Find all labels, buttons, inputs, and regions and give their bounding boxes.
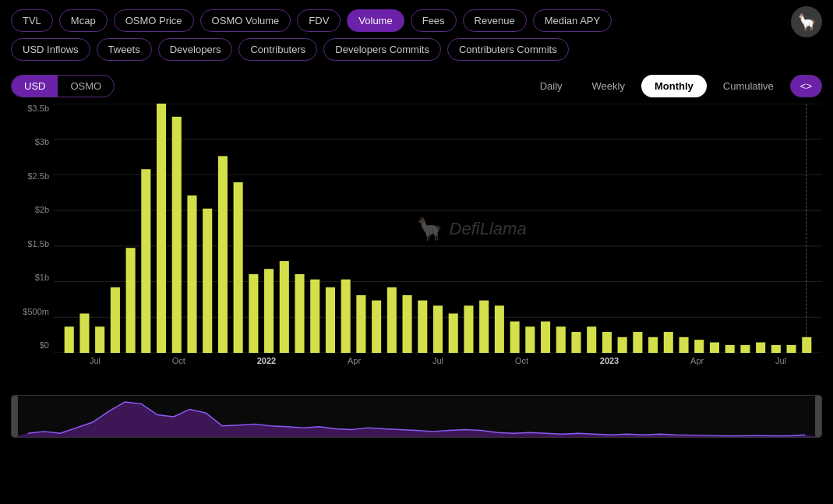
bar[interactable] — [495, 305, 504, 353]
x-label: 2022 — [257, 356, 276, 365]
x-label: Oct — [172, 356, 185, 365]
bars-chart — [54, 104, 822, 353]
bar[interactable] — [740, 345, 750, 353]
bar[interactable] — [433, 305, 443, 353]
bar[interactable] — [295, 274, 304, 353]
second-nav-btn-developers-commits[interactable]: Developers Commits — [323, 38, 441, 61]
second-nav-btn-tweets[interactable]: Tweets — [97, 38, 152, 61]
bar[interactable] — [694, 340, 704, 353]
nav-btn-osmo-volume[interactable]: OSMO Volume — [200, 9, 291, 32]
bar[interactable] — [187, 196, 196, 353]
second-nav-btn-contributers[interactable]: Contributers — [238, 38, 317, 61]
bar[interactable] — [79, 313, 89, 353]
nav-btn-median-apy[interactable]: Median APY — [533, 9, 612, 32]
bar[interactable] — [356, 295, 365, 353]
bar[interactable] — [510, 322, 520, 353]
bar[interactable] — [218, 156, 228, 353]
minimap-handle-left[interactable] — [12, 396, 18, 437]
nav-btn-volume[interactable]: Volume — [347, 9, 404, 32]
currency-btn-usd[interactable]: USD — [12, 76, 58, 97]
y-label: $0 — [11, 340, 54, 350]
bar[interactable] — [787, 345, 796, 353]
x-label: Jul — [432, 356, 443, 365]
dashed-line — [806, 104, 807, 353]
bar[interactable] — [126, 248, 136, 353]
bar[interactable] — [326, 287, 335, 353]
chart-inner: 🦙 DefiLlama — [54, 104, 822, 353]
second-nav-btn-usd-inflows[interactable]: USD Inflows — [11, 38, 90, 61]
time-toggle: DailyWeeklyMonthlyCumulative<> — [527, 75, 822, 97]
x-label: Oct — [515, 356, 528, 365]
bar[interactable] — [372, 301, 381, 353]
llama-icon: 🦙 — [791, 6, 822, 37]
bar[interactable] — [618, 337, 627, 353]
bar[interactable] — [203, 209, 212, 353]
bar[interactable] — [525, 326, 535, 353]
bar[interactable] — [341, 280, 351, 353]
bar[interactable] — [111, 287, 120, 353]
bar[interactable] — [479, 301, 489, 353]
bar[interactable] — [141, 169, 150, 353]
x-label: Jul — [775, 356, 786, 365]
bar[interactable] — [418, 301, 427, 353]
top-nav: TVLMcapOSMO PriceOSMO VolumeFDVVolumeFee… — [0, 0, 833, 38]
minimap-svg — [12, 396, 821, 437]
bar[interactable] — [648, 337, 658, 353]
bar[interactable] — [571, 332, 581, 353]
bar[interactable] — [664, 332, 673, 353]
second-nav-btn-contributers-commits[interactable]: Contributers Commits — [447, 38, 569, 61]
time-btn-cumulative[interactable]: Cumulative — [710, 75, 787, 97]
bar[interactable] — [541, 322, 550, 353]
time-btn-weekly[interactable]: Weekly — [579, 75, 638, 97]
minimap[interactable] — [11, 395, 822, 438]
y-label: $1.5b — [11, 239, 54, 248]
minimap-handle-right[interactable] — [815, 396, 821, 437]
bar[interactable] — [587, 326, 596, 353]
bar[interactable] — [633, 332, 642, 353]
nav-btn-fees[interactable]: Fees — [411, 9, 457, 32]
bar[interactable] — [679, 337, 688, 353]
y-label: $3b — [11, 137, 54, 146]
bar[interactable] — [95, 326, 104, 353]
bar[interactable] — [710, 343, 719, 353]
nav-btn-osmo-price[interactable]: OSMO Price — [114, 9, 194, 32]
code-button[interactable]: <> — [790, 75, 822, 97]
nav-btn-fdv[interactable]: FDV — [297, 9, 341, 32]
bar[interactable] — [310, 280, 319, 353]
nav-btn-mcap[interactable]: Mcap — [59, 9, 108, 32]
bar[interactable] — [771, 345, 781, 353]
y-label: $500m — [11, 307, 54, 316]
y-axis: $3.5b$3b$2.5b$2b$1.5b$1b$500m$0 — [11, 104, 54, 353]
bar[interactable] — [464, 305, 473, 353]
bar[interactable] — [249, 274, 258, 353]
controls-row: USDOSMO DailyWeeklyMonthlyCumulative<> — [0, 69, 833, 104]
bar[interactable] — [756, 343, 765, 353]
y-label: $1b — [11, 273, 54, 282]
currency-btn-osmo[interactable]: OSMO — [58, 76, 114, 97]
bar[interactable] — [556, 326, 566, 353]
time-btn-monthly[interactable]: Monthly — [641, 75, 707, 97]
x-label: 2023 — [600, 356, 619, 365]
logo-area: 🦙 — [791, 6, 822, 37]
bar[interactable] — [280, 261, 289, 353]
bar[interactable] — [602, 332, 612, 353]
bar[interactable] — [234, 182, 243, 353]
bar[interactable] — [157, 104, 166, 353]
nav-btn-tvl[interactable]: TVL — [11, 9, 53, 32]
bar[interactable] — [264, 269, 274, 353]
time-btn-daily[interactable]: Daily — [527, 75, 576, 97]
x-label: Apr — [348, 356, 361, 365]
bar[interactable] — [387, 287, 397, 353]
bar[interactable] — [725, 345, 735, 353]
bar[interactable] — [403, 295, 412, 353]
second-nav: USD InflowsTweetsDevelopersContributersD… — [0, 38, 833, 69]
bar[interactable] — [65, 326, 74, 353]
bar[interactable] — [172, 117, 182, 353]
currency-toggle: USDOSMO — [11, 75, 115, 97]
x-label: Jul — [90, 356, 101, 365]
x-label: Apr — [690, 356, 704, 365]
second-nav-btn-developers[interactable]: Developers — [158, 38, 233, 61]
bar[interactable] — [449, 313, 458, 353]
nav-btn-revenue[interactable]: Revenue — [463, 9, 527, 32]
chart-area: $3.5b$3b$2.5b$2b$1.5b$1b$500m$0 🦙 DefiLl… — [0, 104, 833, 392]
